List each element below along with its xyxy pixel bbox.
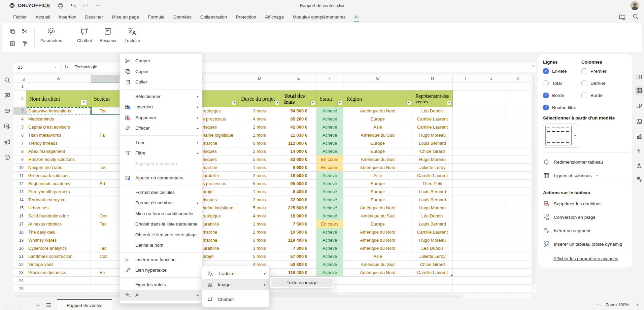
cell-D14[interactable]: 2 mois xyxy=(238,196,281,204)
search-button[interactable] xyxy=(631,12,640,21)
cell-H19[interactable]: Hugo Moreau xyxy=(412,236,453,244)
cell-E10[interactable]: 8 900 € xyxy=(281,164,316,172)
menu-item-obtenir-le-lien-vers-cette-plage[interactable]: Obtenir le lien vers cette plage xyxy=(120,230,202,240)
cell-H4[interactable]: Camille Laurent xyxy=(412,115,453,123)
cell-F13[interactable]: Achevé xyxy=(316,188,343,196)
cell-D7[interactable]: 6 mois xyxy=(238,139,281,147)
cell-D11[interactable]: 2 mois xyxy=(238,172,281,180)
submenu-item-chatbot[interactable]: Chatbot xyxy=(202,294,269,305)
cell-E9[interactable]: 83 800 € xyxy=(281,156,316,164)
cell-F22[interactable]: Achevé xyxy=(316,261,343,269)
ai-chatbot-button[interactable]: Chatbot xyxy=(73,26,96,49)
cell-F12[interactable]: Achevé xyxy=(316,180,343,188)
filter-button-F[interactable]: ▼ xyxy=(337,101,342,105)
user-avatar[interactable] xyxy=(630,1,639,10)
cell-F21[interactable]: Achevé xyxy=(316,252,343,261)
row-header-24[interactable]: 24 xyxy=(13,277,26,285)
row-header-9[interactable]: 9 xyxy=(13,156,26,164)
cell-D6[interactable]: 1 mois xyxy=(238,131,281,139)
row-header-13[interactable]: 13 xyxy=(13,188,26,196)
cell-E14[interactable]: 32 900 € xyxy=(281,196,316,204)
checkbox-bord-[interactable]: Bordé xyxy=(581,93,603,98)
tab-protection[interactable]: Protection xyxy=(231,11,261,22)
cell-H16[interactable]: Léo Dubois xyxy=(412,212,453,220)
insert-function-icon[interactable]: fx xyxy=(65,64,69,70)
menu-item-format-des-cellules[interactable]: Format des cellules xyxy=(120,187,202,198)
feedback-sidebar-button[interactable] xyxy=(3,138,11,145)
row-header-23[interactable]: 23 xyxy=(13,269,26,277)
slicer-settings-sidebar-button[interactable] xyxy=(635,175,643,183)
cell-H13[interactable]: Louis Bernard xyxy=(412,188,453,196)
cell-D10[interactable]: 1 mois xyxy=(238,164,281,172)
cell-E13[interactable]: 8 400 € xyxy=(281,188,316,196)
textart-settings-sidebar-button[interactable]: A xyxy=(635,161,643,169)
prev-sheet-icon[interactable]: ‹ xyxy=(2,301,10,309)
cell-D4[interactable]: 4 mois xyxy=(238,115,281,123)
ai-settings-button[interactable]: Paramètres xyxy=(37,26,65,49)
cell-H11[interactable]: Camille Laurent xyxy=(412,172,453,180)
column-header-J[interactable]: J xyxy=(478,75,505,82)
panel-action-ins-rer-un-tableau-crois-dynamiq[interactable]: Insérer un tableau croisé dynamiq xyxy=(543,240,629,248)
menu-item-insertion[interactable]: Insertion▸ xyxy=(120,102,202,112)
cell-G3[interactable]: Amérique du Nord xyxy=(343,107,412,115)
menu-item-filtre[interactable]: Filtre▸ xyxy=(120,148,202,159)
cell-F19[interactable]: Achevé xyxy=(316,236,343,244)
row-header-22[interactable]: 22 xyxy=(13,261,26,269)
row-header-19[interactable]: 19 xyxy=(13,236,26,244)
cell-F18[interactable]: Achevé xyxy=(316,228,343,236)
ai-translate-button[interactable]: Traduire xyxy=(121,26,144,49)
cell-A21[interactable]: Landmark construction xyxy=(26,252,91,261)
cell-A20[interactable]: Cybercore analytics xyxy=(26,244,91,252)
comments-sidebar-button[interactable] xyxy=(3,92,11,99)
cell-A6[interactable]: Titan metalworks xyxy=(26,131,91,139)
cell-A4[interactable]: Medicaminds xyxy=(26,115,91,123)
vertical-scrollbar[interactable] xyxy=(532,75,536,293)
row-header-11[interactable]: 11 xyxy=(13,172,26,180)
cell-H17[interactable]: Louis Bernard xyxy=(412,220,453,228)
row-header-25[interactable]: 25 xyxy=(13,285,26,293)
sheet-list-button[interactable] xyxy=(44,301,53,309)
filter-button-D[interactable]: ▼ xyxy=(275,101,280,105)
cell-borders-sidebar-button[interactable] xyxy=(635,73,643,81)
cell-A16[interactable]: Solid foundations inc. xyxy=(26,212,91,220)
cell-E6[interactable]: 11 030 € xyxy=(281,131,316,139)
cell-G13[interactable]: Europe xyxy=(343,188,412,196)
table-header-F[interactable]: Statut▼ xyxy=(316,91,343,107)
tab-fichier[interactable]: Fichier xyxy=(9,11,31,22)
cell-F5[interactable]: Achevé xyxy=(316,123,343,131)
cell-D18[interactable]: 2 mois xyxy=(238,228,281,236)
cell-E23[interactable]: 119 400 € xyxy=(281,269,316,277)
cell-F15[interactable]: Achevé xyxy=(316,204,343,212)
menu-item-s-lectionner[interactable]: Sélectionner▸ xyxy=(120,91,202,102)
cell-A15[interactable]: Urban nest xyxy=(26,204,91,212)
cell-G22[interactable]: Amérique du Sud xyxy=(343,261,412,269)
cell-G8[interactable]: Europe xyxy=(343,147,412,156)
cell-H23[interactable]: Camille Laurent xyxy=(412,269,453,277)
ai-summarize-button[interactable]: Résumer xyxy=(97,26,119,49)
row-header-15[interactable]: 15 xyxy=(13,204,26,212)
menu-item-texte-en-image[interactable]: Texte en image xyxy=(271,278,333,287)
table-settings-sidebar-button[interactable] xyxy=(635,86,643,95)
cell-A18[interactable]: The daily deal xyxy=(26,228,91,236)
spellcheck-sidebar-button[interactable]: A xyxy=(3,123,11,130)
cell-A23[interactable]: Precision dynamics xyxy=(26,269,91,277)
table-header-D[interactable]: Durée du projet▼ xyxy=(238,91,281,107)
table-header-E[interactable]: Total des frais▼ xyxy=(281,91,316,107)
cell-E3[interactable]: 54 500 € xyxy=(281,107,316,115)
column-header-D[interactable]: D xyxy=(238,75,281,82)
cell-G11[interactable]: Asie xyxy=(343,172,412,180)
cell-A13[interactable]: Purelyhealth partners xyxy=(26,188,91,196)
cell-H6[interactable]: Hugo Moreau xyxy=(412,131,453,139)
cell-A9[interactable]: Horizon equity solutions xyxy=(26,156,91,164)
filter-button-G[interactable]: ▼ xyxy=(406,101,411,105)
cell-F20[interactable]: Achevé xyxy=(316,244,343,252)
cell-A8[interactable]: Apex management xyxy=(26,147,91,156)
menu-item-trier[interactable]: Trier▸ xyxy=(120,137,202,148)
menu-item-mise-en-forme-conditionnelle[interactable]: Mise en forme conditionnelle xyxy=(120,208,202,219)
cell-E15[interactable]: 225 600 € xyxy=(281,204,316,212)
checkbox-dernier[interactable]: Dernier xyxy=(581,80,605,86)
cut-button[interactable] xyxy=(20,27,29,36)
checkbox-en-t-te[interactable]: ✓En-tête xyxy=(543,68,567,74)
column-header-I[interactable]: I xyxy=(453,75,478,82)
cell-E21[interactable]: 67 000 € xyxy=(281,252,316,261)
